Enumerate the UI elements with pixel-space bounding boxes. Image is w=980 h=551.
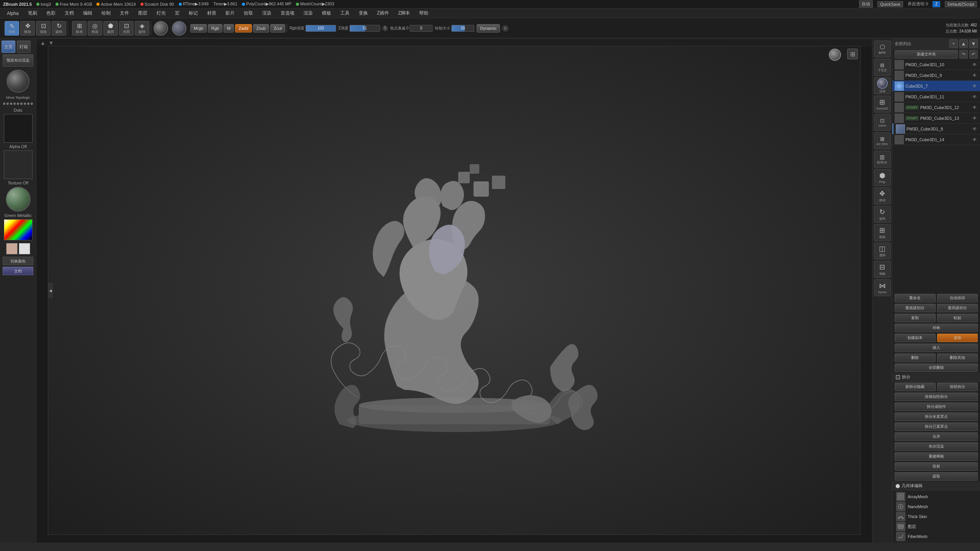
mirror-btn[interactable]: 对称 — [895, 324, 978, 332]
subtool-item-pm3d14[interactable]: PM3D_Cube3D1_14 👁 — [892, 134, 980, 145]
brush-mode-button[interactable]: ⊡ 光照 — [119, 21, 134, 36]
subtool-eye-pm3d8[interactable]: 👁 — [972, 126, 978, 132]
subtool-eye-pm3d12[interactable]: 👁 — [972, 105, 978, 110]
merge-btn[interactable]: 合并 — [895, 432, 978, 441]
new-folder-icon-btn[interactable]: ↷ — [959, 50, 968, 59]
auto-sort-btn[interactable]: 自动排排 — [937, 294, 978, 302]
script-button[interactable]: DefaultZScript — [945, 1, 977, 7]
color-gradient[interactable] — [4, 219, 33, 240]
subtool-item-pm3d11[interactable]: PM3D_Cube3D1_11 👁 — [892, 91, 980, 102]
menu-color[interactable]: 色彩 — [42, 9, 59, 17]
background-swatch[interactable] — [19, 243, 30, 254]
subtool-item-pm3d10[interactable]: PM3D_Cube3D1_10 👁 — [892, 59, 980, 70]
xpose-btn[interactable]: ⋈ Xpose — [874, 279, 891, 296]
rename-btn[interactable]: 重命名 — [895, 294, 936, 302]
scale-button[interactable]: ⊡ 缩放 — [36, 21, 51, 36]
menu-document[interactable]: 文档 — [61, 9, 78, 17]
move-icon-btn[interactable]: ✥ 移动 — [874, 187, 891, 204]
dynamic-button[interactable]: Dynamic — [477, 24, 500, 33]
menu-stencil[interactable]: 渲染 — [300, 9, 317, 17]
subtool-eye-pm3d9[interactable]: 👁 — [972, 73, 978, 78]
alpha-preview[interactable] — [4, 114, 33, 143]
menu-brush[interactable]: 笔刷 — [24, 9, 41, 17]
zoom100-btn[interactable]: ⊡ 100% — [874, 114, 891, 131]
rgb-intensity-slider[interactable]: 100 — [305, 25, 336, 32]
geometry-section-toggle[interactable]: ⬢ 几何体编辑 — [892, 481, 980, 491]
floor-btn[interactable]: ⊟ 地板 — [874, 261, 891, 278]
transparency-btn[interactable]: ◫ 透明 — [874, 243, 891, 259]
stroke-dots[interactable] — [2, 101, 34, 106]
layer-item[interactable]: 图层 — [895, 522, 978, 531]
mode-button[interactable]: 自动 — [859, 0, 873, 8]
remesh-btn[interactable]: 重建网格 — [895, 452, 978, 461]
material-preview-sphere[interactable] — [154, 21, 168, 36]
rgb-button[interactable]: Rgb — [208, 24, 222, 33]
arraymesh-item[interactable]: ArrayMesh — [895, 492, 978, 502]
rotate-button[interactable]: ↻ 旋转 — [52, 21, 66, 36]
menu-transform[interactable]: 变换 — [355, 9, 372, 17]
brush-preview[interactable] — [7, 70, 29, 93]
delete-btn[interactable]: 删除 — [895, 354, 936, 362]
canvas-left-arrow[interactable]: ◀ — [48, 283, 53, 298]
menu-layer[interactable]: 图层 — [134, 9, 151, 17]
focal-slider[interactable]: 0 — [410, 25, 433, 32]
foreground-swatch[interactable] — [6, 243, 18, 254]
extract-btn[interactable]: 提取 — [895, 472, 978, 481]
new-folder-btn[interactable]: 新建文件夹 — [895, 50, 958, 59]
paste-btn[interactable]: 粘贴 — [937, 314, 978, 322]
subtool-add-btn[interactable]: + — [949, 39, 958, 48]
bpr-icon-btn[interactable]: ⬡ BPR — [874, 41, 891, 57]
project-btn[interactable]: 投射 — [895, 462, 978, 471]
new-folder-icon2-btn[interactable]: ↶ — [969, 50, 978, 59]
copy-btn[interactable]: 复制 — [895, 314, 936, 322]
zadd-button[interactable]: Zadd — [235, 24, 252, 33]
symmetry-icon[interactable]: S — [382, 26, 388, 31]
menu-prefs[interactable]: 首选项 — [277, 9, 298, 17]
zsub-button[interactable]: Zsub — [253, 24, 269, 33]
thickskin-item[interactable]: Thick Skin — [895, 512, 978, 522]
subtool-item-pm3d12[interactable]: START PM3D_Cube3D1_12 👁 — [892, 102, 980, 113]
subtool-eye-pm3d11[interactable]: 👁 — [972, 94, 978, 99]
subtool-item-cube7[interactable]: Cube3D1_7 👁 — [892, 81, 980, 91]
menu-template[interactable]: 模板 — [318, 9, 335, 17]
menu-draw[interactable]: 绘制 — [98, 9, 114, 17]
sculpt-canvas[interactable]: ⊞ — [48, 46, 860, 535]
split-masked-btn[interactable]: 拆分已遮罩点 — [895, 422, 978, 431]
subtool-move-up-btn[interactable]: ▲ — [959, 39, 968, 48]
layer-sub-btn[interactable]: ▤ 子无主 — [874, 59, 891, 76]
menu-render[interactable]: 渲染 — [258, 9, 275, 17]
delete-other-btn[interactable]: 删除其他 — [937, 354, 978, 362]
subtool-eye-cube7[interactable]: 👁 — [972, 83, 978, 89]
menu-help[interactable]: 帮助 — [415, 9, 432, 17]
quicksave-button[interactable]: QuickSave — [877, 1, 903, 7]
dynamic-icon[interactable]: D — [502, 25, 508, 31]
fibermesh-item[interactable]: FiberMesh — [895, 531, 978, 541]
menu-file[interactable]: 文件 — [116, 9, 133, 17]
texture-preview[interactable] — [4, 150, 33, 179]
split-to-parts-btn[interactable]: 拆分成组件 — [895, 403, 978, 411]
delete-all-btn[interactable]: 全部删除 — [895, 364, 978, 372]
color-preview-sphere[interactable] — [172, 21, 186, 36]
canvas-viewport[interactable]: ⊞ ◀ — [48, 46, 861, 535]
material-sphere[interactable] — [6, 187, 31, 212]
menu-zplugin[interactable]: Z插件 — [373, 9, 393, 17]
mrgb-button[interactable]: Mrgb — [190, 24, 207, 33]
min-div-btn[interactable]: 最低级别分 — [895, 304, 936, 312]
subtool-move-down-btn[interactable]: ▼ — [969, 39, 978, 48]
bottom-down-arrow[interactable]: ▼ — [49, 40, 54, 46]
zoom2d-btn[interactable]: ⊞ Zoom2D — [874, 96, 891, 112]
subtool-eye-pm3d10[interactable]: 👁 — [972, 62, 978, 67]
m-button[interactable]: M — [224, 24, 234, 33]
menu-marker[interactable]: 标记 — [185, 9, 202, 17]
nanomesh-item[interactable]: NanoMesh — [895, 502, 978, 512]
lang-button[interactable]: Z — [933, 1, 940, 7]
split-by-group-btn[interactable]: 按组拆分 — [937, 383, 978, 391]
rotate-icon-btn[interactable]: ↻ 旋转 — [874, 206, 891, 223]
draw-size-slider[interactable]: 58 — [451, 25, 474, 32]
menu-edit[interactable]: 编辑 — [79, 9, 96, 17]
max-div-btn[interactable]: 最高级别分 — [937, 304, 978, 312]
activate-btn[interactable]: 活动 — [874, 77, 891, 94]
lasso-button[interactable]: ◎ 构造 — [88, 21, 102, 36]
zcut-button[interactable]: Zcut — [270, 24, 285, 33]
menu-zscript[interactable]: Z脚本 — [394, 9, 414, 17]
